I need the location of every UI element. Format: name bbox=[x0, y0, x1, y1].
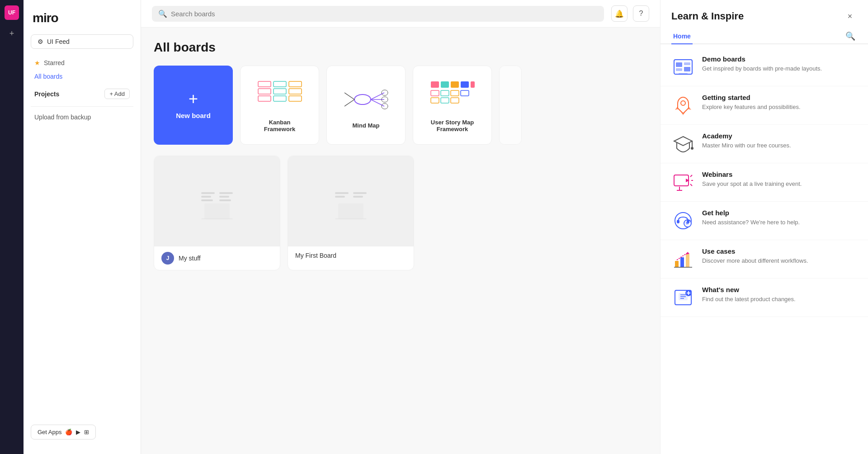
academy-title: Academy bbox=[702, 132, 857, 140]
svg-rect-47 bbox=[684, 62, 690, 65]
svg-rect-39 bbox=[335, 196, 345, 198]
mindmap-label: Mind Map bbox=[353, 122, 380, 129]
svg-rect-2 bbox=[258, 96, 271, 101]
new-board-plus-icon: + bbox=[189, 91, 198, 107]
android-icon: ▶ bbox=[76, 429, 80, 435]
academy-icon bbox=[671, 132, 695, 156]
mindmap-icon bbox=[344, 81, 389, 118]
get-help-title: Get help bbox=[702, 209, 857, 217]
windows-icon: ⊞ bbox=[84, 429, 89, 435]
add-project-button[interactable]: + Add bbox=[104, 89, 130, 99]
svg-line-16 bbox=[344, 93, 354, 99]
learn-item-get-help[interactable]: Get help Need assistance? We're here to … bbox=[660, 202, 868, 240]
svg-rect-33 bbox=[219, 192, 233, 194]
learn-item-whats-new[interactable]: What's new Find out the latest product c… bbox=[660, 279, 868, 317]
svg-rect-66 bbox=[675, 261, 679, 267]
page-title: All boards bbox=[154, 40, 647, 55]
svg-rect-7 bbox=[289, 89, 302, 94]
svg-rect-24 bbox=[441, 90, 449, 96]
search-container[interactable]: 🔍 bbox=[152, 6, 604, 22]
svg-rect-27 bbox=[461, 90, 469, 96]
get-help-text: Get help Need assistance? We're here to … bbox=[702, 209, 857, 227]
use-cases-desc: Discover more about different workflows. bbox=[702, 257, 857, 265]
all-boards-label: All boards bbox=[34, 73, 62, 80]
sidebar-divider bbox=[31, 106, 133, 107]
whats-new-desc: Find out the latest product changes. bbox=[702, 295, 857, 303]
svg-rect-49 bbox=[679, 73, 688, 75]
whats-new-title: What's new bbox=[702, 286, 857, 293]
notifications-button[interactable]: 🔔 bbox=[611, 5, 627, 22]
sidebar-item-starred[interactable]: ★ Starred bbox=[31, 56, 133, 70]
mindmap-template-card[interactable]: Mind Map bbox=[326, 66, 406, 145]
learn-item-getting-started[interactable]: Getting started Explore key features and… bbox=[660, 86, 868, 125]
use-cases-text: Use cases Discover more about different … bbox=[702, 247, 857, 265]
boards-grid: J My stuff My First Bo bbox=[154, 156, 647, 270]
userstory-template-card[interactable]: User Story MapFramework bbox=[413, 66, 492, 145]
learn-panel-close-button[interactable]: × bbox=[843, 9, 857, 24]
svg-rect-42 bbox=[338, 203, 363, 219]
svg-rect-22 bbox=[471, 81, 475, 88]
upload-from-backup-link[interactable]: Upload from backup bbox=[24, 110, 141, 124]
star-icon: ★ bbox=[34, 59, 40, 66]
learn-search-button[interactable]: 🔍 bbox=[844, 29, 857, 43]
sidebar-nav: ★ Starred All boards bbox=[24, 56, 141, 83]
svg-rect-3 bbox=[274, 81, 286, 87]
apple-icon: 🍎 bbox=[65, 429, 72, 435]
svg-point-53 bbox=[691, 147, 693, 150]
svg-rect-32 bbox=[201, 199, 213, 201]
getting-started-text: Getting started Explore key features and… bbox=[702, 94, 857, 111]
svg-rect-40 bbox=[353, 192, 367, 194]
projects-title: Projects bbox=[34, 90, 59, 98]
kanban-icon bbox=[257, 78, 302, 114]
svg-rect-15 bbox=[382, 104, 388, 109]
sidebar-item-all-boards[interactable]: All boards bbox=[31, 70, 133, 83]
board-meta: J My stuff bbox=[154, 246, 280, 270]
svg-rect-30 bbox=[201, 192, 215, 194]
get-help-desc: Need assistance? We're here to help. bbox=[702, 218, 857, 227]
svg-rect-6 bbox=[289, 81, 302, 87]
learn-item-webinars[interactable]: Webinars Save your spot at a live traini… bbox=[660, 163, 868, 202]
sidebar-footer: Get Apps 🍎 ▶ ⊞ bbox=[24, 417, 141, 447]
get-apps-button[interactable]: Get Apps 🍎 ▶ ⊞ bbox=[31, 425, 96, 440]
add-workspace-button[interactable]: + bbox=[5, 27, 18, 40]
svg-rect-63 bbox=[687, 220, 689, 223]
svg-line-17 bbox=[344, 99, 354, 106]
getting-started-icon bbox=[671, 94, 695, 117]
learn-item-demo-boards[interactable]: Demo boards Get inspired by boards with … bbox=[660, 48, 868, 86]
learn-item-use-cases[interactable]: Use cases Discover more about different … bbox=[660, 240, 868, 279]
svg-point-50 bbox=[681, 101, 685, 105]
help-button[interactable]: ? bbox=[633, 5, 649, 22]
webinars-icon bbox=[671, 170, 695, 194]
board-name-first: My First Board bbox=[295, 252, 336, 259]
learn-item-academy[interactable]: Academy Master Miro with our free course… bbox=[660, 125, 868, 163]
use-cases-icon bbox=[671, 247, 695, 271]
user-avatar[interactable]: UF bbox=[5, 5, 19, 20]
new-board-card[interactable]: + New board bbox=[154, 66, 233, 145]
ui-feed-button[interactable]: ⚙ UI Feed bbox=[31, 34, 133, 49]
board-card-my-first-board[interactable]: My First Board bbox=[288, 156, 414, 270]
svg-rect-18 bbox=[431, 81, 439, 88]
svg-rect-26 bbox=[451, 90, 459, 96]
left-sidebar: UF + bbox=[0, 0, 24, 454]
svg-rect-29 bbox=[451, 98, 459, 103]
projects-section-header: Projects + Add bbox=[31, 83, 133, 103]
board-thumbnail bbox=[154, 156, 280, 246]
svg-rect-37 bbox=[201, 218, 233, 219]
board-card-my-stuff[interactable]: J My stuff bbox=[154, 156, 280, 270]
kanban-template-card[interactable]: KanbanFramework bbox=[240, 66, 319, 145]
use-cases-title: Use cases bbox=[702, 247, 857, 255]
learn-tab-home[interactable]: Home bbox=[671, 29, 693, 44]
svg-rect-20 bbox=[451, 81, 459, 88]
search-input[interactable] bbox=[171, 10, 598, 18]
academy-desc: Master Miro with our free courses. bbox=[702, 142, 857, 150]
svg-rect-25 bbox=[431, 98, 439, 103]
board-avatar: J bbox=[161, 252, 174, 265]
svg-line-59 bbox=[690, 184, 692, 186]
svg-rect-41 bbox=[353, 196, 363, 198]
main-content: 🔍 🔔 ? All boards + New board bbox=[141, 0, 660, 454]
more-template-card[interactable] bbox=[499, 66, 522, 145]
svg-rect-36 bbox=[204, 203, 230, 219]
starred-label: Starred bbox=[44, 59, 65, 66]
svg-rect-48 bbox=[684, 67, 690, 71]
whats-new-icon bbox=[671, 286, 695, 309]
